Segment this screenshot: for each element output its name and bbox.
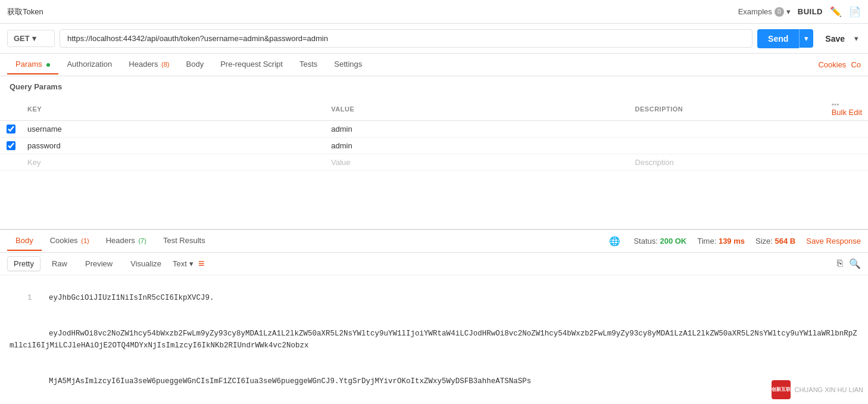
empty-desc-cell [629, 154, 826, 171]
build-button[interactable]: BUILD [798, 7, 823, 16]
table-row-empty [0, 154, 868, 171]
tab-authorization-label: Authorization [67, 60, 112, 69]
send-group: Send ▾ [757, 29, 813, 48]
row2-value-cell [325, 138, 629, 154]
empty-actions-cell [826, 154, 868, 171]
request-tabs: Params Authorization Headers (8) Body Pr… [0, 54, 868, 76]
tab-settings-label: Settings [334, 60, 362, 69]
send-chevron-icon: ▾ [804, 34, 808, 43]
params-table-header-row: KEY VALUE DESCRIPTION ••• Bulk Edit [0, 97, 868, 121]
page-title: 获取Token [7, 7, 732, 17]
method-label: GET [14, 34, 30, 43]
send-button[interactable]: Send [757, 29, 799, 48]
top-bar-right: Examples 0 ▾ BUILD ✏️ 📄 [738, 6, 861, 17]
right-tab-group: Cookies Co [818, 60, 861, 69]
tab-params-label: Params [15, 60, 42, 69]
edit-icon[interactable]: ✏️ [830, 6, 842, 17]
row2-value-input[interactable] [331, 141, 623, 150]
tab-headers[interactable]: Headers (8) [120, 55, 177, 74]
headers-badge: (8) [161, 61, 169, 68]
row1-checkbox[interactable] [7, 125, 15, 133]
params-table: KEY VALUE DESCRIPTION ••• Bulk Edit [0, 97, 868, 171]
tab-params[interactable]: Params [7, 55, 58, 74]
row1-desc-input[interactable] [635, 125, 820, 133]
save-group: Save ▾ [818, 29, 861, 48]
empty-check-cell [0, 154, 21, 171]
tab-settings[interactable]: Settings [326, 55, 370, 74]
query-params-section-label: Query Params [0, 76, 868, 97]
method-chevron-icon: ▾ [32, 34, 36, 43]
row2-check-cell [0, 138, 21, 154]
examples-button[interactable]: Examples 0 ▾ [738, 7, 791, 17]
tab-prerequest[interactable]: Pre-request Script [212, 55, 291, 74]
row2-checkbox[interactable] [7, 141, 15, 150]
row1-check-cell [0, 121, 21, 138]
tab-co[interactable]: Co [851, 60, 861, 69]
empty-value-input[interactable] [331, 158, 623, 167]
row2-desc-input[interactable] [635, 141, 820, 150]
row1-value-input[interactable] [331, 125, 623, 133]
examples-count: 0 [775, 7, 784, 17]
tab-body-label: Body [186, 60, 204, 69]
tab-authorization[interactable]: Authorization [58, 55, 120, 74]
th-key: KEY [21, 97, 325, 121]
row1-actions-cell [826, 121, 868, 138]
examples-chevron-icon: ▾ [786, 7, 791, 16]
empty-key-cell [21, 154, 325, 171]
th-value: VALUE [325, 97, 629, 121]
save-chevron-icon: ▾ [854, 34, 858, 43]
row1-desc-cell [629, 121, 826, 138]
tab-headers-label: Headers [129, 60, 158, 69]
row1-key-input[interactable] [27, 125, 319, 133]
tab-tests[interactable]: Tests [291, 55, 326, 74]
bulk-edit-button[interactable]: Bulk Edit [832, 108, 862, 117]
table-row [0, 138, 868, 154]
tab-tests-label: Tests [299, 60, 317, 69]
save-button[interactable]: Save [818, 29, 852, 48]
table-row [0, 121, 868, 138]
tab-cookies[interactable]: Cookies [818, 60, 846, 69]
url-bar: GET ▾ Send ▾ Save ▾ [0, 24, 868, 54]
save-dropdown-button[interactable]: ▾ [852, 29, 861, 48]
more-icon[interactable]: ••• [832, 101, 839, 108]
empty-key-input[interactable] [27, 158, 319, 167]
document-icon[interactable]: 📄 [849, 6, 861, 17]
row2-actions-cell [826, 138, 868, 154]
th-check [0, 97, 21, 121]
examples-label: Examples [738, 7, 772, 16]
row2-key-input[interactable] [27, 141, 319, 150]
send-dropdown-button[interactable]: ▾ [799, 29, 813, 48]
row2-key-cell [21, 138, 325, 154]
row2-desc-cell [629, 138, 826, 154]
empty-value-cell [325, 154, 629, 171]
params-dot-indicator [46, 63, 50, 67]
method-selector[interactable]: GET ▾ [7, 30, 55, 47]
tab-prerequest-label: Pre-request Script [220, 60, 283, 69]
row1-value-cell [325, 121, 629, 138]
top-bar: 获取Token Examples 0 ▾ BUILD ✏️ 📄 [0, 0, 868, 24]
url-input[interactable] [60, 29, 753, 48]
tab-body[interactable]: Body [178, 55, 213, 74]
row1-key-cell [21, 121, 325, 138]
empty-desc-input[interactable] [635, 158, 820, 167]
th-description: DESCRIPTION [629, 97, 826, 121]
th-actions: ••• Bulk Edit [826, 97, 868, 121]
